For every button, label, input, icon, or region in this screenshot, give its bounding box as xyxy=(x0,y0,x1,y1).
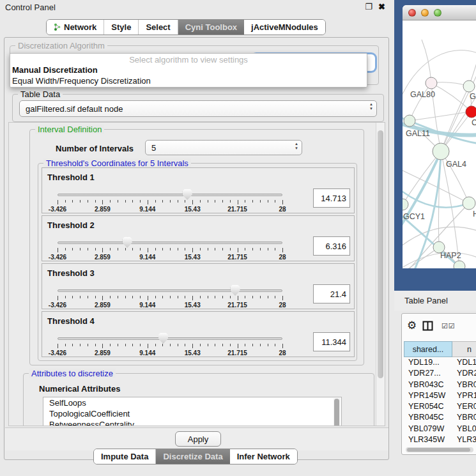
attribute-list-item[interactable]: SelfLoops xyxy=(43,397,341,408)
stepper-arrows-icon[interactable]: ▲▼ xyxy=(369,102,373,111)
table-row[interactable]: YER054CYER0 xyxy=(404,401,476,412)
threshold-slider[interactable]: -3.4262.8599.14415.4321.71528 xyxy=(56,188,286,213)
network-node-gcy1[interactable] xyxy=(403,199,408,210)
tick xyxy=(200,344,201,346)
tab-discretize-data[interactable]: Discretize Data xyxy=(156,449,229,464)
table-data-combobox[interactable]: galFiltered.sif default node ▲▼ xyxy=(19,100,377,117)
tick xyxy=(170,248,171,250)
network-node-gal80[interactable] xyxy=(426,77,437,89)
threshold-panel: Threshold 2 -3.4262.8599.14415.4321.7152… xyxy=(42,215,355,261)
control-panel-tabbar: NetworkStyleSelectCyni ToolboxjActiveMNo… xyxy=(46,19,326,35)
node-label-h-partial: H xyxy=(473,210,476,219)
attribute-list-item[interactable]: TopologicalCoefficient xyxy=(43,408,341,419)
slider-track[interactable] xyxy=(58,194,282,196)
attributes-group: Attributes to discretize Numerical Attri… xyxy=(23,373,374,426)
column-header-shared-name[interactable]: shared... xyxy=(404,341,452,357)
list-scrollbar[interactable] xyxy=(334,398,341,426)
close-panel-icon[interactable]: ✖ xyxy=(378,2,385,12)
slider-track[interactable] xyxy=(58,242,282,244)
node-label-ga-partial: GA xyxy=(470,92,476,101)
horizontal-scrollbar-thumb[interactable] xyxy=(407,448,470,452)
tick xyxy=(58,200,58,204)
tick xyxy=(140,248,141,250)
apply-button[interactable]: Apply xyxy=(175,431,221,447)
threshold-slider[interactable]: -3.4262.8599.14415.4321.71528 xyxy=(56,284,286,309)
vertical-scrollbar-thumb[interactable] xyxy=(378,130,383,378)
tab-style[interactable]: Style xyxy=(104,20,139,35)
list-scrollbar-thumb[interactable] xyxy=(334,399,339,426)
algorithm-option-manual[interactable]: Manual Discretization xyxy=(10,65,367,75)
network-node-h-partial[interactable] xyxy=(463,197,475,210)
tab-network[interactable]: Network xyxy=(47,20,104,35)
table-cell: YDR2 xyxy=(452,368,476,379)
network-graph[interactable]: GAL80GACGAL11GAL4GCY1HHAP2 xyxy=(403,20,476,268)
tick xyxy=(178,200,178,203)
network-canvas[interactable]: GAL80GACGAL11GAL4GCY1HHAP2 xyxy=(403,20,476,268)
threshold-value-field[interactable]: 14.713 xyxy=(313,188,350,208)
table-cell: YPR145W xyxy=(404,390,452,401)
tick xyxy=(245,344,245,346)
slider-thumb[interactable] xyxy=(123,237,132,248)
horizontal-scrollbar[interactable] xyxy=(406,447,473,452)
tab-impute-data[interactable]: Impute Data xyxy=(94,449,156,464)
split-columns-icon[interactable] xyxy=(422,321,433,334)
tick xyxy=(118,296,118,298)
zoom-window-icon[interactable] xyxy=(434,9,441,17)
slider-thumb[interactable] xyxy=(183,189,192,200)
algorithm-option-equal-width[interactable]: Equal Width/Frequency Discretization xyxy=(10,75,367,86)
slider-ticks xyxy=(56,344,286,349)
number-of-intervals-combobox[interactable]: 5 ▲▼ xyxy=(145,140,302,155)
tick xyxy=(260,296,261,298)
tick xyxy=(252,248,253,250)
network-window[interactable]: GAL80GACGAL11GAL4GCY1HHAP2 xyxy=(403,5,476,268)
slider-track[interactable] xyxy=(58,289,282,292)
tab-jactivemnodules[interactable]: jActiveMNodules xyxy=(244,20,325,35)
network-node-selected-red[interactable] xyxy=(466,106,476,118)
select-columns-icon[interactable]: ☑☑ xyxy=(441,322,456,330)
tick xyxy=(148,200,148,204)
thresholds-group-title: Threshold's Coordinates for 5 Intervals xyxy=(43,158,191,168)
tick xyxy=(215,248,215,250)
threshold-slider[interactable]: -3.4262.8599.14415.4321.71528 xyxy=(56,236,286,261)
tab-infer-network[interactable]: Infer Network xyxy=(230,449,297,464)
minimize-window-icon[interactable] xyxy=(421,9,429,17)
cyni-bottom-tabbar: Impute DataDiscretize DataInfer Network xyxy=(93,449,298,464)
table-row[interactable]: YBR043CYBR0 xyxy=(404,380,476,390)
table-row[interactable]: YDL19...YDL1 xyxy=(404,357,476,368)
gear-icon[interactable]: ⚙ xyxy=(407,320,417,331)
slider-track[interactable] xyxy=(58,337,282,340)
threshold-value-field[interactable]: 21.4 xyxy=(313,284,350,303)
tick xyxy=(102,248,103,252)
slider-thumb[interactable] xyxy=(158,333,168,344)
tick xyxy=(200,296,201,298)
column-header-name[interactable]: n xyxy=(452,341,476,357)
table-row[interactable]: YBL079WYBL0 xyxy=(404,424,476,434)
table-row[interactable]: YIL052CYIL0 xyxy=(404,445,476,447)
close-window-icon[interactable] xyxy=(408,9,416,17)
network-node-gal11[interactable] xyxy=(404,115,415,127)
algorithm-placeholder-option[interactable]: Select algorithm to view settings xyxy=(10,54,367,65)
table-row[interactable]: YPR145WYPR1 xyxy=(404,390,476,401)
tab-label: jActiveMNodules xyxy=(251,22,318,32)
table-row[interactable]: YDR27...YDR2 xyxy=(404,368,476,379)
attribute-list-item[interactable]: BetweennessCentrality xyxy=(43,419,341,426)
vertical-scrollbar[interactable] xyxy=(376,123,385,426)
network-node-gal4[interactable] xyxy=(433,143,449,160)
threshold-slider[interactable]: -3.4262.8599.14415.4321.71528 xyxy=(56,332,286,357)
threshold-value-field[interactable]: 6.316 xyxy=(313,236,350,256)
threshold-panel: Threshold 3 -3.4262.8599.14415.4321.7152… xyxy=(42,263,355,309)
tab-select[interactable]: Select xyxy=(139,20,178,35)
network-node-ga-partial[interactable] xyxy=(463,81,475,92)
table-row[interactable]: YLR345WYLR3 xyxy=(404,434,476,445)
table-row[interactable]: YBR045CYBR0 xyxy=(404,412,476,423)
network-window-titlebar xyxy=(403,5,476,20)
tab-cyni-toolbox[interactable]: Cyni Toolbox xyxy=(178,20,244,35)
float-window-icon[interactable]: ❐ xyxy=(365,2,372,12)
tick xyxy=(252,296,253,298)
tick xyxy=(88,296,88,298)
numerical-attributes-list[interactable]: SelfLoopsTopologicalCoefficientBetweenne… xyxy=(43,397,342,426)
threshold-value-field[interactable]: 11.344 xyxy=(313,332,350,351)
slider-thumb[interactable] xyxy=(231,285,240,296)
tick-label: -3.426 xyxy=(49,349,66,357)
stepper-arrows-icon[interactable]: ▲▼ xyxy=(295,142,298,150)
